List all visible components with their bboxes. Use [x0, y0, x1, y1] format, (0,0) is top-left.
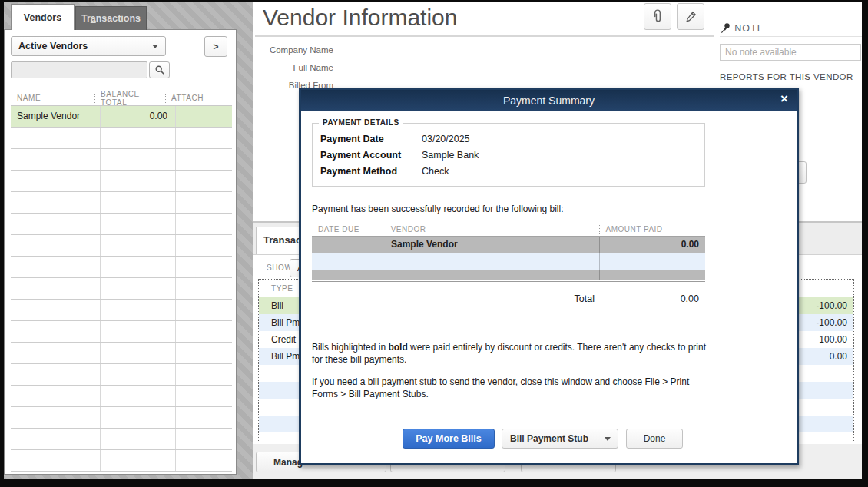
vendor-empty-row [11, 257, 232, 278]
window-border-right [862, 0, 868, 487]
dialog-titlebar: Payment Summary × [301, 90, 797, 111]
window-border-left [0, 0, 4, 487]
vendor-table-header: NAME BALANCE TOTAL ATTACH [11, 91, 232, 105]
vendor-table: Sample Vendor 0.00 [11, 105, 232, 472]
header-date-due: DATE DUE [312, 225, 383, 234]
tab-vendors[interactable]: Vendors [11, 4, 75, 30]
paid-bill-amount: 0.00 [599, 237, 705, 253]
bill-payment-stub-dropdown[interactable]: Bill Payment Stub [502, 429, 618, 449]
window-border-top [0, 0, 868, 2]
chevron-down-icon [605, 437, 611, 441]
paid-bills-empty-row [312, 253, 705, 270]
payment-details-fieldset: PAYMENT DETAILS Payment Date 03/20/2025 … [312, 123, 705, 187]
chevron-right-icon: > [213, 41, 218, 52]
vendor-empty-row [11, 364, 232, 386]
vendor-row-sample-vendor[interactable]: Sample Vendor 0.00 [11, 106, 232, 128]
vendor-empty-row [11, 214, 232, 235]
tab-transactions-label: Transactions [81, 13, 141, 24]
vendor-empty-row [11, 300, 232, 321]
payment-details-legend: PAYMENT DETAILS [319, 118, 403, 127]
search-icon [154, 65, 165, 75]
paid-bills-header: DATE DUE VENDOR AMOUNT PAID [312, 223, 705, 236]
note-section: NOTE [720, 22, 764, 34]
paid-bill-date-due [312, 237, 383, 253]
pin-icon [720, 22, 732, 34]
vendor-filter-value: Active Vendors [18, 41, 88, 51]
paid-bills-table: DATE DUE VENDOR AMOUNT PAID Sample Vendo… [312, 223, 705, 282]
paid-bill-vendor: Sample Vendor [383, 237, 599, 253]
note-divider [720, 36, 862, 37]
close-icon[interactable]: × [780, 91, 788, 107]
title-divider [255, 35, 714, 37]
header-attach: ATTACH [166, 94, 204, 102]
header-amount-paid: AMOUNT PAID [600, 225, 705, 234]
vendor-empty-row [11, 429, 232, 450]
vendor-empty-row [11, 192, 232, 214]
done-button[interactable]: Done [626, 429, 683, 449]
full-name-label: Full Name [269, 59, 333, 77]
pay-more-bills-button[interactable]: Pay More Bills [403, 429, 495, 449]
header-name: NAME [11, 94, 94, 102]
pencil-icon [684, 10, 697, 23]
vendor-filter-dropdown[interactable]: Active Vendors [11, 36, 166, 56]
tab-transactions[interactable]: Transactions [75, 6, 147, 30]
dialog-body: PAYMENT DETAILS Payment Date 03/20/2025 … [301, 111, 797, 463]
total-row: Total 0.00 [312, 293, 705, 304]
vendor-empty-row [11, 235, 232, 257]
vendor-search-input[interactable] [11, 61, 147, 78]
total-value: 0.00 [599, 293, 705, 304]
recorded-message: Payment has been successfully recorded f… [312, 204, 564, 214]
chevron-down-icon [152, 45, 158, 48]
note-heading: NOTE [734, 23, 764, 34]
dialog-title: Payment Summary [503, 94, 595, 107]
paid-bill-row[interactable]: Sample Vendor 0.00 [312, 236, 705, 253]
payment-method-value: Check [422, 166, 449, 177]
edit-button[interactable] [677, 3, 704, 30]
vendor-empty-row [11, 128, 232, 149]
vendor-empty-row [11, 321, 232, 343]
search-button[interactable] [149, 61, 170, 78]
vendor-balance: 0.00 [101, 106, 176, 127]
vendor-list-panel: Active Vendors > NAME BALANCE TOTAL ATTA… [4, 29, 237, 475]
show-label: SHOW [267, 263, 293, 272]
payment-date-value: 03/20/2025 [422, 134, 470, 144]
total-label: Total [312, 293, 599, 304]
header-type: TYPE [271, 284, 293, 293]
payment-summary-dialog: Payment Summary × PAYMENT DETAILS Paymen… [299, 88, 799, 465]
page-title: Vendor Information [263, 5, 458, 31]
vendor-empty-row [11, 450, 232, 472]
collapse-panel-button[interactable]: > [204, 36, 227, 57]
vendor-empty-row [11, 386, 232, 407]
vendor-attach [176, 106, 232, 127]
vendor-empty-row [11, 278, 232, 300]
header-balance-total: BALANCE TOTAL [95, 90, 165, 107]
vendor-empty-row [11, 343, 232, 364]
payment-account-row: Payment Account Sample Bank [320, 147, 704, 163]
vendor-empty-row [11, 407, 232, 429]
company-name-label: Company Name [269, 41, 333, 59]
header-vendor: VENDOR [383, 225, 599, 234]
payment-stub-note: If you need a bill payment stub to send … [312, 376, 710, 400]
attach-button[interactable] [644, 3, 671, 30]
payment-method-row: Payment Method Check [320, 163, 704, 179]
vendor-empty-rows [11, 128, 232, 472]
vendor-empty-row [11, 149, 232, 171]
vendor-empty-row [11, 171, 232, 192]
payment-account-value: Sample Bank [422, 150, 479, 161]
bold-bills-note: Bills highlighted in bold were paid enti… [312, 342, 710, 366]
paperclip-icon [651, 9, 664, 25]
tab-vendors-label: Vendors [24, 12, 61, 23]
window-border-bottom [0, 479, 868, 487]
reports-heading: REPORTS FOR THIS VENDOR [720, 72, 853, 81]
vendor-name: Sample Vendor [11, 106, 101, 127]
payment-date-row: Payment Date 03/20/2025 [320, 131, 704, 147]
paid-bills-empty-row [312, 270, 705, 280]
note-input[interactable] [720, 44, 861, 61]
